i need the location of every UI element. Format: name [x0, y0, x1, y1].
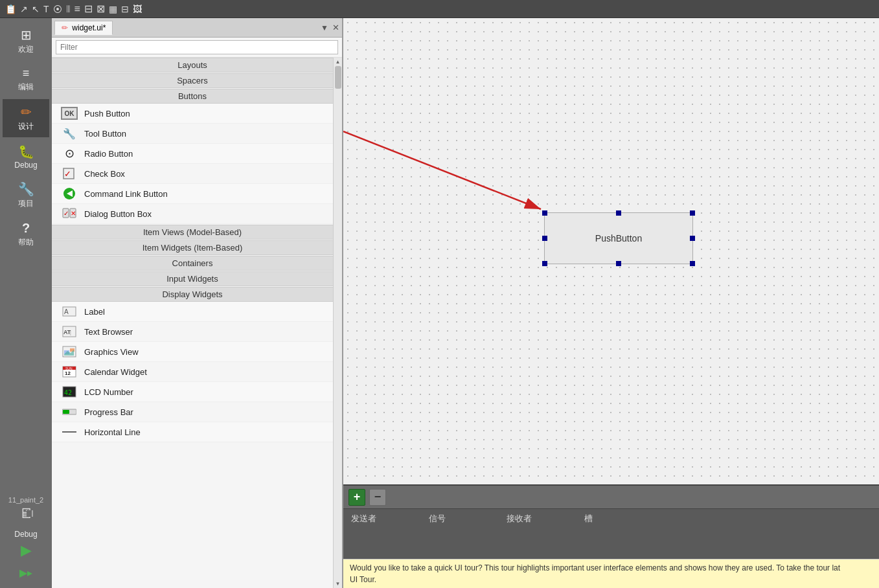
toolbar-icon-4[interactable]: T — [43, 4, 49, 14]
lcd-number-label: LCD Number — [84, 387, 133, 397]
category-buttons[interactable]: Buttons — [52, 89, 333, 104]
widget-item-graphics-view[interactable]: Graphics View — [52, 342, 333, 362]
connection-headers: 发送者 信号 接收者 槽 — [343, 509, 879, 528]
sidebar-item-project[interactable]: 🔧 项目 — [3, 176, 49, 214]
sidebar: ⊞ 欢迎 ≡ 编辑 ✏ 设计 🐛 Debug 🔧 项目 ? 帮助 — [0, 18, 52, 588]
scrollbar-up-arrow[interactable]: ▲ — [336, 59, 341, 65]
category-containers[interactable]: Containers — [52, 256, 333, 271]
toolbar-icon-10[interactable]: ▦ — [109, 4, 117, 14]
design-pencil-icon: ✏ — [21, 104, 32, 120]
handle-tr[interactable] — [690, 210, 695, 216]
scrollbar-down-arrow[interactable]: ▼ — [336, 581, 341, 587]
check-box-label: Check Box — [84, 169, 125, 179]
text-browser-label: Text Browser — [84, 327, 133, 337]
handle-ml[interactable] — [542, 236, 547, 241]
edit-icon: ≡ — [23, 67, 30, 80]
welcome-icon: ⊞ — [21, 27, 32, 43]
project-panel-title: 11_paint_2 — [8, 496, 43, 504]
category-input-widgets[interactable]: Input Widgets — [52, 271, 333, 286]
graphics-view-icon — [61, 345, 78, 358]
widget-item-horizontal-line[interactable]: Horizontal Line — [52, 422, 333, 442]
sidebar-item-welcome[interactable]: ⊞ 欢迎 — [3, 22, 49, 60]
toolbar-icon-7[interactable]: ≡ — [74, 3, 80, 15]
run-debug-button[interactable]: ▶▸ — [14, 563, 38, 582]
toolbar-icon-8[interactable]: ⊟ — [84, 3, 93, 15]
calendar-label: Calendar Widget — [84, 367, 147, 377]
debug2-label: Debug — [14, 530, 37, 539]
push-button-icon: OK — [61, 107, 78, 120]
svg-line-27 — [343, 131, 541, 209]
toolbar-icon-2[interactable]: ↗ — [20, 4, 28, 14]
remove-connection-button[interactable]: − — [369, 489, 386, 506]
category-display-widgets[interactable]: Display Widgets — [52, 287, 333, 302]
calendar-icon: SUN 12 — [61, 365, 78, 378]
widget-item-text-browser[interactable]: AT| Text Browser — [52, 322, 333, 342]
svg-text:✕: ✕ — [71, 210, 76, 217]
widget-list-scrollbar[interactable]: ▲ ▼ — [333, 58, 342, 588]
add-connection-button[interactable]: + — [348, 489, 365, 506]
pushbutton-widget[interactable]: PushButton — [544, 212, 693, 264]
toolbar-icon-3[interactable]: ↖ — [32, 4, 40, 14]
widget-item-label[interactable]: A Label — [52, 302, 333, 322]
widget-ui-tab[interactable]: ✏ widget.ui* — [54, 21, 113, 35]
widget-item-progress-bar[interactable]: Progress Bar — [52, 402, 333, 422]
sidebar-item-debug1[interactable]: 🐛 Debug — [3, 139, 49, 175]
widget-item-calendar[interactable]: SUN 12 Calendar Widget — [52, 362, 333, 382]
graphics-view-label: Graphics View — [84, 347, 139, 357]
toolbar-icon-5[interactable]: ⦿ — [53, 4, 62, 14]
command-link-icon — [61, 187, 78, 200]
debug1-icon: 🐛 — [18, 144, 34, 159]
design-label: 设计 — [18, 121, 34, 132]
handle-bl[interactable] — [542, 261, 547, 266]
header-slot: 槽 — [584, 513, 662, 525]
handle-tm[interactable] — [616, 210, 621, 216]
help-icon: ? — [22, 221, 30, 236]
header-sender: 发送者 — [351, 513, 429, 525]
handle-mr[interactable] — [690, 236, 695, 241]
handle-br[interactable] — [690, 261, 695, 266]
widget-item-command-link[interactable]: Command Link Button — [52, 184, 333, 204]
widget-list: Layouts Spacers Buttons OK Push Button 🔧… — [52, 58, 333, 588]
svg-text:✓: ✓ — [64, 169, 71, 179]
widget-item-tool-button[interactable]: 🔧 Tool Button — [52, 124, 333, 144]
tool-button-icon: 🔧 — [61, 127, 78, 140]
category-layouts[interactable]: Layouts — [52, 58, 333, 73]
sidebar-item-help[interactable]: ? 帮助 — [3, 216, 49, 253]
close-tab-button[interactable]: ✕ — [332, 23, 339, 32]
handle-tl[interactable] — [542, 210, 547, 216]
radio-button-icon: ⊙ — [61, 147, 78, 160]
horizontal-line-label: Horizontal Line — [84, 427, 141, 437]
toolbar-icon-11[interactable]: ⊟ — [121, 4, 129, 14]
handle-bm[interactable] — [616, 261, 621, 266]
dropdown-arrow-icon[interactable]: ▼ — [321, 23, 328, 32]
category-spacers[interactable]: Spacers — [52, 73, 333, 88]
category-item-widgets[interactable]: Item Widgets (Item-Based) — [52, 240, 333, 255]
run-button[interactable]: ▶ — [14, 541, 38, 560]
progress-bar-label: Progress Bar — [84, 407, 133, 417]
welcome-label: 欢迎 — [18, 44, 34, 55]
sidebar-item-design[interactable]: ✏ 设计 — [3, 99, 49, 137]
connection-toolbar: + − — [343, 486, 879, 509]
status-text-line2: UI Tour. — [350, 574, 840, 585]
toolbar-icon-12[interactable]: 🖼 — [133, 4, 142, 14]
widget-item-dialog-box[interactable]: ✓✕ Dialog Button Box — [52, 204, 333, 224]
sidebar-item-edit[interactable]: ≡ 编辑 — [3, 62, 49, 98]
filter-input[interactable] — [56, 40, 338, 54]
toolbar-icon-1[interactable]: 📋 — [5, 4, 16, 14]
widget-panel-tabbar: ✏ widget.ui* ▼ ✕ — [52, 18, 342, 38]
text-browser-icon: AT| — [61, 325, 78, 338]
category-item-views[interactable]: Item Views (Model-Based) — [52, 225, 333, 240]
widget-item-lcd-number[interactable]: 42 LCD Number — [52, 382, 333, 402]
widget-item-push-button[interactable]: OK Push Button — [52, 104, 333, 124]
widget-item-check-box[interactable]: ✓ Check Box — [52, 164, 333, 184]
widget-item-radio-button[interactable]: ⊙ Radio Button — [52, 144, 333, 164]
toolbar-icon-9[interactable]: ⊠ — [97, 3, 105, 15]
push-button-label: Push Button — [84, 109, 130, 119]
progress-bar-icon — [61, 405, 78, 418]
radio-button-label: Radio Button — [84, 149, 133, 159]
design-canvas: PushButton — [343, 18, 879, 484]
scrollbar-thumb[interactable] — [335, 66, 341, 89]
lcd-number-icon: 42 — [61, 385, 78, 398]
status-text-line1: Would you like to take a quick UI tour? … — [350, 562, 840, 574]
toolbar-icon-6[interactable]: ⦀ — [66, 3, 71, 15]
